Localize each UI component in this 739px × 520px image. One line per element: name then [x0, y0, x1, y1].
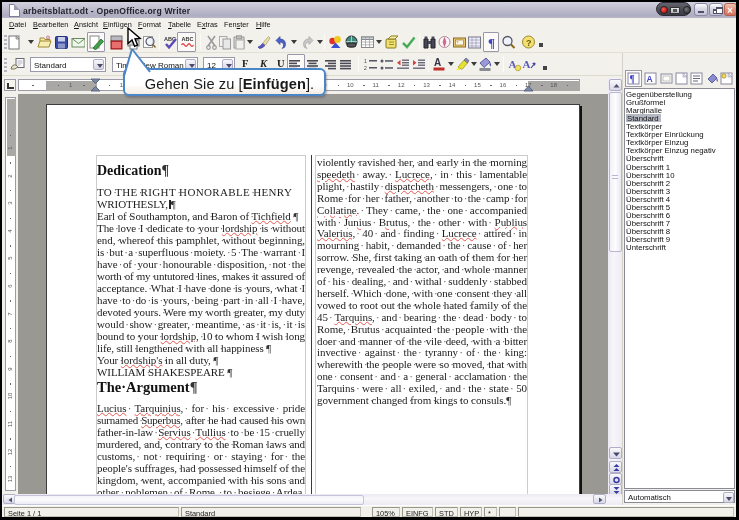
svg-text:A: A: [647, 74, 653, 84]
svg-text:A: A: [523, 58, 531, 70]
svg-text:¶: ¶: [488, 35, 495, 50]
svg-text:?: ?: [526, 37, 532, 47]
svg-text:A: A: [434, 57, 441, 68]
svg-text:¶: ¶: [630, 74, 635, 84]
svg-text:ABC: ABC: [182, 36, 194, 42]
svg-text:1: 1: [364, 58, 367, 64]
svg-text:2: 2: [364, 65, 367, 71]
